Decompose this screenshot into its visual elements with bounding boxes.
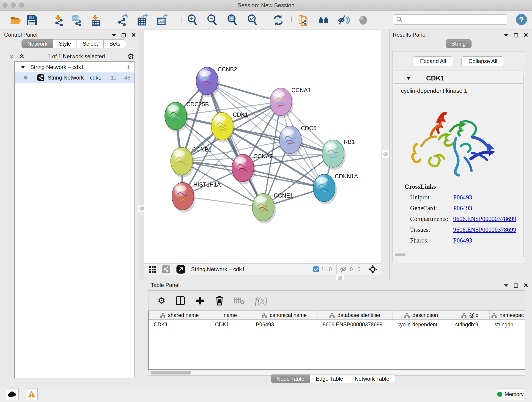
table-cell[interactable]: CDK1 <box>210 320 251 329</box>
hidden-eye-icon[interactable] <box>339 266 348 273</box>
column-header-description[interactable]: description <box>392 311 450 320</box>
float-panel-icon[interactable] <box>514 33 518 38</box>
node-label-HIST1H1A: HIST1H1A <box>193 181 221 188</box>
show-panel-eye-icon[interactable] <box>356 13 370 27</box>
panel-menu-icon[interactable] <box>111 34 116 37</box>
collection-expander-icon[interactable] <box>21 65 25 69</box>
network-view-icon[interactable] <box>162 265 171 274</box>
zoom-out-icon[interactable] <box>206 13 219 27</box>
show-columns-icon[interactable] <box>176 296 185 306</box>
network-node-HIST1H1A[interactable] <box>172 182 196 212</box>
search-input[interactable] <box>403 15 507 24</box>
column-header-namespac[interactable]: namespac <box>489 311 525 320</box>
open-session-icon[interactable] <box>9 13 22 27</box>
collapse-all-icon[interactable] <box>8 53 15 60</box>
zoom-in-icon[interactable] <box>186 13 199 27</box>
close-panel-icon[interactable]: ✕ <box>131 32 136 39</box>
column-header--id[interactable]: @id <box>450 311 489 320</box>
help-icon[interactable]: ? <box>516 14 527 25</box>
collapse-all-button[interactable]: Collapse All <box>462 56 504 66</box>
float-panel-icon[interactable] <box>121 33 126 38</box>
crosslink-link[interactable]: 9606.ENSP00000378699 <box>453 226 516 233</box>
close-panel-icon[interactable]: ✕ <box>523 282 528 289</box>
section-expander-icon[interactable] <box>406 77 411 80</box>
column-header-shared-name[interactable]: shared name <box>149 311 210 320</box>
cloud-status-button[interactable] <box>6 388 19 400</box>
network-table-splitter[interactable] <box>144 275 381 280</box>
results-hscrollbar[interactable] <box>395 254 405 256</box>
detach-view-icon[interactable] <box>176 265 185 274</box>
table-cell[interactable]: 9606.ENSP00000378699 <box>317 320 392 329</box>
node-label-CDK1: CDK1 <box>233 111 248 118</box>
panel-menu-icon[interactable] <box>504 284 509 287</box>
column-header-canonical-name[interactable]: canonical name <box>251 311 317 320</box>
network-node-CDK1[interactable] <box>211 113 235 143</box>
network-row[interactable]: String Network – cdk1 11 48 <box>15 72 134 83</box>
export-image-icon[interactable] <box>155 13 169 27</box>
selected-checkbox-icon[interactable] <box>312 266 319 273</box>
network-node-CCNE1[interactable] <box>252 193 276 223</box>
zoom-selected-icon[interactable] <box>246 13 259 27</box>
column-header-name[interactable]: name <box>210 311 251 320</box>
table-cell[interactable]: cyclin-dependent ... <box>392 320 450 329</box>
panel-menu-icon[interactable] <box>504 34 509 37</box>
crosslink-link[interactable]: 9606.ENSP00000378699 <box>453 216 516 223</box>
apply-layout-icon[interactable] <box>272 13 285 27</box>
clipboard-network-icon[interactable] <box>297 13 310 27</box>
export-table-icon[interactable] <box>136 13 149 27</box>
tab-node-table[interactable]: Node Table <box>271 375 310 383</box>
tab-network[interactable]: Network <box>22 39 53 48</box>
expand-all-button[interactable]: Expand All <box>413 56 453 66</box>
close-panel-icon[interactable]: ✕ <box>523 32 528 39</box>
save-session-icon[interactable] <box>25 13 38 27</box>
table-row[interactable]: CDK1CDK1P064939606.ENSP00000378699cyclin… <box>149 320 525 329</box>
table-options-gear-icon[interactable]: ⚙ <box>158 296 165 306</box>
tab-network-table[interactable]: Network Table <box>349 375 395 383</box>
function-builder-icon[interactable]: f(x) <box>255 295 268 306</box>
table-cell[interactable]: stringdb:9... <box>450 320 489 329</box>
crosslink-link[interactable]: P06493 <box>453 194 472 201</box>
warnings-button[interactable] <box>26 388 38 400</box>
crosslink-link[interactable]: P06493 <box>453 205 472 212</box>
tab-style[interactable]: Style <box>53 39 77 48</box>
tab-edge-table[interactable]: Edge Table <box>310 375 349 383</box>
column-header-database-identifier[interactable]: database identifier <box>317 311 392 320</box>
network-node-CCNB2[interactable] <box>196 67 220 97</box>
network-options-gear-icon[interactable]: ⚙ <box>127 52 134 61</box>
network-canvas[interactable]: CCNB2CCNA1CDC25BCDK1CDC6RB1CCNB1CCNA2CDK… <box>144 30 381 263</box>
node-table[interactable]: shared namenamecanonical namedatabase id… <box>148 311 525 370</box>
import-network-icon[interactable] <box>52 13 65 27</box>
export-network-icon[interactable] <box>116 13 129 27</box>
tab-string[interactable]: String <box>446 39 472 48</box>
network-node-CCNA2[interactable] <box>232 154 255 184</box>
network-node-RB1[interactable] <box>322 140 346 170</box>
network-node-CDC6[interactable] <box>279 126 303 156</box>
memory-button[interactable]: Memory <box>497 388 524 400</box>
table-cell[interactable]: P06493 <box>251 320 317 329</box>
delete-table-icon[interactable] <box>234 297 245 305</box>
fit-crosshair-icon[interactable] <box>368 264 378 274</box>
import-table-icon[interactable] <box>89 13 102 27</box>
hide-panel-eye-icon[interactable] <box>337 13 350 27</box>
network-collection-row[interactable]: String Network – cdk1 1 <box>15 62 134 72</box>
home-pages-icon[interactable] <box>317 13 330 27</box>
table-cell[interactable]: CDK1 <box>149 320 210 329</box>
delete-column-icon[interactable] <box>215 296 224 306</box>
table-panel: Table Panel ✕ ⚙ f(x) shared namenamecano… <box>144 280 532 387</box>
expand-all-icon[interactable] <box>18 53 25 60</box>
float-panel-icon[interactable] <box>514 283 518 288</box>
table-hscrollbar[interactable] <box>150 371 191 375</box>
zoom-fit-icon[interactable] <box>226 13 239 27</box>
node-section-header[interactable]: CDK1 <box>394 73 524 84</box>
add-column-icon[interactable] <box>195 296 205 306</box>
control-network-splitter[interactable] <box>139 30 144 280</box>
table-cell[interactable]: stringdb <box>489 320 525 329</box>
network-node-CDKN1A[interactable] <box>313 174 337 204</box>
grid-view-icon[interactable] <box>148 265 157 274</box>
import-network-from-database-icon[interactable] <box>70 13 83 27</box>
node-label-CDKN1A: CDKN1A <box>335 173 358 179</box>
splitter-knob[interactable] <box>381 150 389 158</box>
crosslink-link[interactable]: P06493 <box>453 237 472 244</box>
tab-select[interactable]: Select <box>77 39 104 48</box>
tab-sets[interactable]: Sets <box>104 39 126 48</box>
